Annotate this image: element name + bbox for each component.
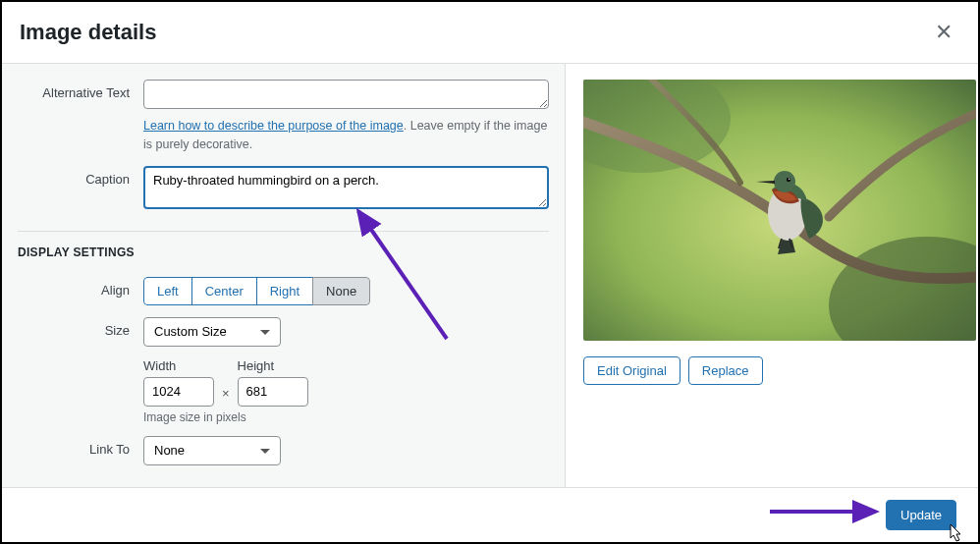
dimensions-row: Width × Height Image size in pixels [18,358,549,424]
modal-body: Alternative Text Learn how to describe t… [2,64,978,487]
size-row: Size Custom Size [18,317,549,347]
alt-text-help-link[interactable]: Learn how to describe the purpose of the… [143,119,404,133]
caption-label: Caption [18,166,143,187]
preview-actions: Edit Original Replace [583,356,960,385]
annotation-arrow-update [768,500,886,523]
alt-text-label: Alternative Text [18,80,143,100]
alt-text-input[interactable] [143,80,549,109]
dimensions-group: Width × Height [143,358,549,407]
align-label: Align [18,277,143,298]
alt-text-hint: Learn how to describe the purpose of the… [143,117,549,154]
modal-footer: Update [2,487,978,542]
height-label: Height [238,358,308,373]
align-left-button[interactable]: Left [143,277,192,305]
display-settings-title: DISPLAY SETTINGS [18,245,549,259]
settings-panel: Alternative Text Learn how to describe t… [2,64,566,487]
size-select[interactable]: Custom Size [143,317,281,347]
width-label: Width [143,358,214,373]
modal-title: Image details [20,20,156,45]
dimension-separator: × [222,364,230,401]
align-center-button[interactable]: Center [191,277,257,305]
image-details-modal: Image details ✕ Alternative Text Learn h… [0,0,980,544]
close-icon: ✕ [935,20,953,44]
close-button[interactable]: ✕ [927,16,960,49]
caption-input[interactable] [143,166,549,209]
hummingbird-image [583,80,976,341]
update-button[interactable]: Update [886,500,956,530]
height-input[interactable] [238,377,308,407]
replace-button[interactable]: Replace [688,356,763,385]
width-input[interactable] [143,377,214,407]
align-button-group: Left Center Right None [143,277,370,305]
separator [18,231,549,232]
align-row: Align Left Center Right None [18,277,549,305]
align-none-button[interactable]: None [312,277,370,305]
linkto-label: Link To [18,436,143,457]
svg-point-5 [774,171,795,192]
svg-point-7 [789,179,789,180]
linkto-row: Link To None [18,436,549,465]
caption-row: Caption [18,166,549,213]
image-preview [583,80,976,341]
align-right-button[interactable]: Right [256,277,313,305]
modal-header: Image details ✕ [2,2,978,64]
alt-text-row: Alternative Text Learn how to describe t… [18,80,549,154]
svg-point-6 [787,178,790,182]
linkto-select[interactable]: None [143,436,281,465]
preview-panel: Edit Original Replace [566,64,978,487]
size-hint: Image size in pixels [143,410,549,424]
edit-original-button[interactable]: Edit Original [583,356,681,385]
size-label: Size [18,317,143,338]
